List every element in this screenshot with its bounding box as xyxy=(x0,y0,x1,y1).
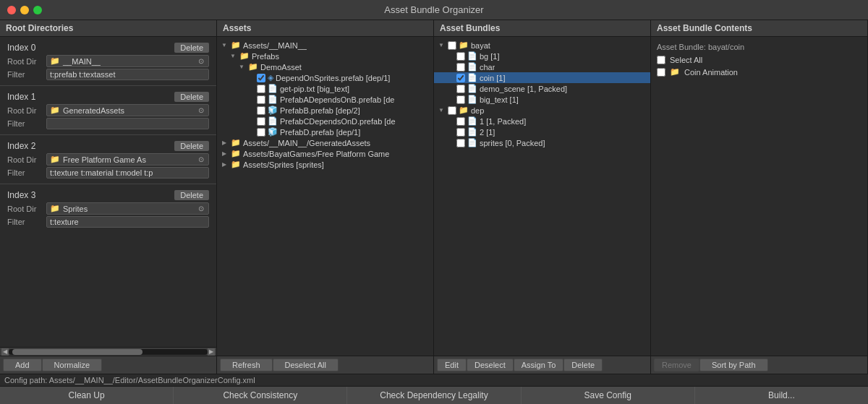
delete-button-2[interactable]: Delete xyxy=(174,141,209,151)
tree-item-dependonsprites[interactable]: ◈ DependOnSprites.prefab [dep/1] xyxy=(217,72,433,83)
rootdir-field-0: Root Dir 📁 __MAIN__ ⊙ xyxy=(4,54,212,68)
tree-arrow-prefabB xyxy=(246,106,255,115)
maximize-button[interactable] xyxy=(33,6,42,14)
check-big-text[interactable] xyxy=(456,95,465,104)
tree-item-bayatgames[interactable]: 📁 Assets/BayatGames/Free Platform Game xyxy=(217,148,433,159)
clean-up-button[interactable]: Clean Up xyxy=(0,387,174,404)
bundle-item-bg[interactable]: 📄 bg [1] xyxy=(434,51,650,61)
check-char[interactable] xyxy=(456,63,465,72)
check-dep[interactable] xyxy=(448,106,456,115)
close-button[interactable] xyxy=(7,6,16,14)
refresh-button[interactable]: Refresh xyxy=(220,358,273,371)
tree-label-prefabC: PrefabCDependsOnD.prefab [de xyxy=(280,117,396,126)
tree-item-assets-main[interactable]: 📁 Assets/__MAIN__ xyxy=(217,40,433,51)
check-getpip[interactable] xyxy=(257,85,265,93)
bundle-item-coin[interactable]: 📄 coin [1] xyxy=(434,72,650,83)
bundle-item-bayat[interactable]: 📁 bayat xyxy=(434,40,650,51)
rootdir-value-container-0[interactable]: 📁 __MAIN__ ⊙ xyxy=(46,55,209,67)
file-icon-char: 📄 xyxy=(467,62,477,72)
check-prefabD[interactable] xyxy=(257,128,265,137)
bundle-item-demo-scene[interactable]: 📄 demo_scene [1, Packed] xyxy=(434,83,650,94)
tree-item-prefabs[interactable]: 📁 Prefabs xyxy=(217,51,433,61)
tree-item-main-generated[interactable]: 📁 Assets/__MAIN__/GeneratedAssets xyxy=(217,137,433,148)
filter-input-0[interactable] xyxy=(46,69,209,80)
window-controls[interactable] xyxy=(7,6,42,14)
index-label-1: Index 1 xyxy=(7,92,35,102)
delete-button-0[interactable]: Delete xyxy=(174,43,209,53)
browse-button-1[interactable]: ⊙ xyxy=(197,106,205,114)
tree-arrow-prefabs xyxy=(229,52,237,61)
check-demo-scene[interactable] xyxy=(456,85,465,93)
select-all-checkbox[interactable] xyxy=(657,56,665,64)
check-prefabB[interactable] xyxy=(257,106,265,115)
tree-item-prefabC[interactable]: 📄 PrefabCDependsOnD.prefab [de xyxy=(217,116,433,126)
tree-arrow-prefabD xyxy=(246,128,255,137)
check-prefabC[interactable] xyxy=(257,117,265,126)
file-icon-dep1: 📄 xyxy=(467,116,477,126)
delete-bundle-button[interactable]: Delete xyxy=(563,358,603,371)
hscroll-right-root[interactable]: ▶ xyxy=(208,348,215,356)
hscroll-left-root[interactable]: ◀ xyxy=(1,348,9,356)
tree-arrow-dep xyxy=(437,106,446,115)
tree-item-prefabA[interactable]: 📄 PrefabADependsOnB.prefab [de xyxy=(217,94,433,105)
file-icon-big-text: 📄 xyxy=(467,95,477,104)
check-dep1[interactable] xyxy=(456,117,465,126)
content-item-coin-animation[interactable]: 📁 Coin Animation xyxy=(651,66,867,78)
filter-input-1[interactable] xyxy=(46,118,209,129)
folder-icon-demoasset: 📁 xyxy=(248,62,258,72)
edit-button[interactable]: Edit xyxy=(437,358,467,371)
bundle-item-dep1[interactable]: 📄 1 [1, Packed] xyxy=(434,116,650,126)
check-coin-animation[interactable] xyxy=(657,68,665,77)
assets-toolbar: Refresh Deselect All xyxy=(217,356,433,374)
hscroll-thumb-root[interactable] xyxy=(12,349,142,355)
check-coin[interactable] xyxy=(456,74,465,82)
build-button[interactable]: Build... xyxy=(695,387,868,404)
delete-button-3[interactable]: Delete xyxy=(174,190,209,200)
index-label-0: Index 0 xyxy=(7,43,35,53)
bundle-item-sprites[interactable]: 📄 sprites [0, Packed] xyxy=(434,137,650,148)
rootdir-value-container-2[interactable]: 📁 Free Platform Game As ⊙ xyxy=(46,153,209,166)
delete-button-1[interactable]: Delete xyxy=(174,92,209,102)
deselect-button[interactable]: Deselect xyxy=(467,358,514,371)
tree-arrow-dep1 xyxy=(446,117,454,126)
index-row-0: Index 0 Delete xyxy=(4,41,212,54)
tree-item-sprites[interactable]: 📁 Assets/Sprites [sprites] xyxy=(217,159,433,170)
browse-button-3[interactable]: ⊙ xyxy=(197,205,205,212)
tree-item-prefabD[interactable]: 🧊 PrefabD.prefab [dep/1] xyxy=(217,126,433,137)
tree-label-demo-scene: demo_scene [1, Packed] xyxy=(480,85,567,93)
assign-to-button[interactable]: Assign To xyxy=(514,358,564,371)
tree-label-getpip: get-pip.txt [big_text] xyxy=(280,85,349,93)
rootdir-value-container-3[interactable]: 📁 Sprites ⊙ xyxy=(46,202,209,215)
bundle-item-dep[interactable]: 📁 dep xyxy=(434,105,650,116)
deselect-all-button[interactable]: Deselect All xyxy=(273,358,339,371)
check-prefabA[interactable] xyxy=(257,95,265,104)
bundle-contents-header: Asset Bundle Contents xyxy=(651,20,867,37)
browse-button-0[interactable]: ⊙ xyxy=(197,57,205,65)
normalize-button[interactable]: Normalize xyxy=(42,358,103,371)
bundle-item-char[interactable]: 📄 char xyxy=(434,61,650,72)
check-dep2[interactable] xyxy=(456,128,465,137)
check-bg[interactable] xyxy=(456,52,465,61)
sort-by-path-button[interactable]: Sort by Path xyxy=(699,358,768,371)
check-dependonsprites[interactable] xyxy=(257,74,265,82)
folder-icon-1: 📁 xyxy=(50,106,60,115)
filter-input-2[interactable] xyxy=(46,167,209,179)
tree-item-getpip[interactable]: 📄 get-pip.txt [big_text] xyxy=(217,83,433,94)
tree-item-prefabB[interactable]: 🧊 PrefabB.prefab [dep/2] xyxy=(217,105,433,116)
bundle-item-dep2[interactable]: 📄 2 [1] xyxy=(434,126,650,137)
save-config-button[interactable]: Save Config xyxy=(522,387,695,404)
check-bayat[interactable] xyxy=(448,41,456,50)
remove-button[interactable]: Remove xyxy=(654,358,699,371)
config-path-label: Config path: Assets/__MAIN__/Editor/Asse… xyxy=(4,376,255,384)
check-dependency-legality-button[interactable]: Check Dependency Legality xyxy=(347,387,521,404)
check-bundle-sprites[interactable] xyxy=(456,139,465,147)
folder-icon-0: 📁 xyxy=(50,56,60,66)
bundle-item-big-text[interactable]: 📄 big_text [1] xyxy=(434,94,650,105)
filter-input-3[interactable] xyxy=(46,216,209,228)
add-button[interactable]: Add xyxy=(3,358,42,371)
tree-item-demoasset[interactable]: 📁 DemoAsset xyxy=(217,61,433,72)
browse-button-2[interactable]: ⊙ xyxy=(197,155,205,163)
minimize-button[interactable] xyxy=(20,6,29,14)
rootdir-value-container-1[interactable]: 📁 GeneratedAssets ⊙ xyxy=(46,104,209,116)
check-consistency-button[interactable]: Check Consistency xyxy=(174,387,347,404)
